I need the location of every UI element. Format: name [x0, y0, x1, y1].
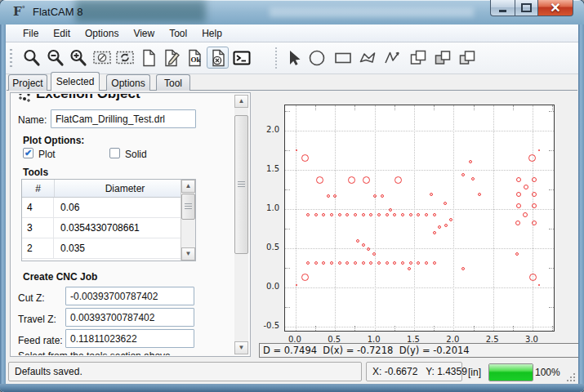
draw-rectangle-button[interactable] — [332, 47, 354, 69]
solid-checkbox[interactable] — [109, 148, 120, 158]
drill-hole-marker — [401, 261, 404, 265]
draw-polygon-button[interactable] — [356, 47, 378, 69]
maximize-button[interactable] — [515, 0, 537, 16]
close-button[interactable]: ✕ — [537, 0, 573, 16]
name-input[interactable] — [51, 109, 196, 128]
drill-hole-marker — [301, 274, 309, 281]
new-file-button[interactable] — [137, 47, 159, 69]
plot-axes[interactable] — [284, 105, 555, 332]
tool-diameter-cell[interactable]: 0.035 — [54, 238, 195, 258]
app-icon: F° — [13, 4, 29, 20]
scroll-up-icon[interactable]: ▲ — [234, 95, 248, 108]
svg-text:Ok: Ok — [190, 56, 200, 64]
drill-hole-marker — [444, 224, 448, 227]
drill-hole-marker — [393, 213, 396, 216]
scrollbar-thumb[interactable] — [181, 194, 195, 220]
menu-options[interactable]: Options — [78, 25, 126, 42]
table-row[interactable]: 40.06 — [22, 198, 195, 218]
delete-object-button[interactable] — [207, 47, 229, 69]
drill-hole-marker — [354, 213, 357, 216]
drill-hole-marker — [529, 274, 537, 281]
drill-hole-marker — [314, 213, 318, 216]
tab-options[interactable]: Options — [106, 74, 150, 91]
menu-tool[interactable]: Tool — [162, 25, 194, 42]
feed-rate-input[interactable] — [65, 329, 194, 348]
menu-file[interactable]: File — [16, 25, 46, 42]
tab-selected[interactable]: Selected — [51, 72, 100, 91]
minimize-button[interactable] — [490, 0, 515, 16]
table-row[interactable]: 30.0354330708661 — [22, 218, 195, 238]
scroll-down-icon[interactable]: ▼ — [181, 247, 195, 261]
drill-hole-marker — [478, 193, 481, 196]
draw-path-button[interactable] — [381, 47, 403, 69]
table-row[interactable]: 20.035 — [22, 238, 195, 259]
edit-geometry-button[interactable] — [160, 47, 182, 69]
scrollbar-grip — [185, 203, 192, 209]
scrollbar-grip — [238, 181, 245, 187]
scrollbar-thumb[interactable] — [234, 115, 248, 254]
drill-hole-marker — [306, 261, 310, 265]
solid-checkbox-label[interactable]: Solid — [125, 149, 147, 160]
resize-grip-icon[interactable] — [565, 372, 576, 382]
minimize-icon — [499, 10, 506, 12]
tool-number-cell[interactable]: 2 — [22, 238, 54, 258]
plot-checkbox[interactable]: ✔ — [23, 148, 33, 158]
minor-tick — [285, 189, 290, 190]
toolbar-separator — [275, 47, 277, 69]
pointer-tool-button[interactable] — [283, 47, 305, 69]
plot-checkbox-label[interactable]: Plot — [38, 149, 56, 160]
new-file-icon — [139, 48, 158, 68]
cut-z-input[interactable] — [65, 287, 194, 305]
zoom-out-button[interactable] — [44, 47, 66, 69]
zoom-fit-button[interactable] — [20, 47, 42, 69]
drill-hole-marker — [449, 218, 452, 221]
drill-hole-marker — [538, 284, 540, 286]
column-header-number[interactable]: # — [22, 180, 55, 197]
gridline-y — [285, 248, 554, 249]
drill-hole-marker — [389, 208, 392, 212]
plot-figure[interactable]: 0.00.51.01.52.02.53.0-0.50.00.51.01.52.0 — [256, 91, 577, 342]
clear-plot-button[interactable] — [91, 47, 113, 69]
minor-tick — [395, 105, 395, 110]
shell-button[interactable] — [230, 47, 252, 69]
scroll-down-icon[interactable]: ▼ — [234, 341, 248, 354]
drill-hole-marker — [386, 261, 389, 265]
tool-number-cell[interactable]: 4 — [22, 198, 54, 217]
scroll-up-icon[interactable]: ▲ — [181, 180, 195, 193]
run-script-button[interactable]: Ok — [184, 47, 206, 69]
tab-tool[interactable]: Tool — [156, 74, 190, 91]
tools-label: Tools — [23, 167, 48, 178]
draw-circle-button[interactable] — [305, 47, 328, 69]
tools-table-header[interactable]: # Diameter — [22, 180, 195, 198]
menu-edit[interactable]: Edit — [46, 25, 78, 42]
tool-diameter-cell[interactable]: 0.0354330708661 — [54, 218, 195, 238]
menu-help[interactable]: Help — [194, 25, 230, 42]
drill-hole-marker — [409, 213, 412, 216]
toolbar-drag-handle[interactable] — [10, 49, 12, 69]
window-border-right — [578, 0, 584, 392]
y-tick-label: 1.5 — [266, 164, 279, 173]
drill-hole-marker — [524, 185, 528, 189]
geo-subtract-button[interactable] — [456, 47, 478, 69]
minor-tick — [434, 105, 435, 110]
tools-table-scrollbar[interactable]: ▲ ▼ — [181, 180, 195, 261]
status-message: Defaults saved. — [8, 362, 362, 381]
panel-heading: Excellon Object — [36, 94, 140, 102]
travel-z-input[interactable] — [65, 308, 194, 327]
gridline-x — [296, 105, 296, 331]
geo-union-button[interactable] — [407, 47, 429, 69]
tool-diameter-cell[interactable]: 0.06 — [54, 198, 195, 217]
minor-tick — [552, 105, 553, 110]
drill-hole-marker — [338, 261, 341, 265]
tool-number-cell[interactable]: 3 — [22, 218, 54, 238]
menu-view[interactable]: View — [126, 25, 162, 42]
geo-intersection-button[interactable] — [431, 47, 453, 69]
replot-button[interactable] — [114, 47, 136, 69]
panel-scrollbar[interactable]: ▲ ▼ — [234, 95, 248, 354]
units-label[interactable]: [in] — [468, 367, 481, 378]
tab-project[interactable]: Project — [8, 74, 47, 91]
zoom-in-button[interactable] — [67, 47, 89, 69]
y-tick-label: 2.0 — [266, 125, 279, 134]
drill-hole-marker — [438, 225, 441, 229]
column-header-diameter[interactable]: Diameter — [55, 180, 195, 197]
